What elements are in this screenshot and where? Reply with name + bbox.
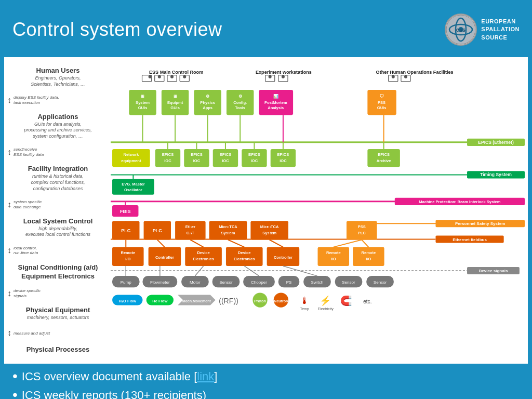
svg-text:Remote: Remote — [326, 250, 341, 255]
svg-text:EPICS: EPICS — [277, 152, 289, 157]
slide-header: Control system overview ess EUROPEANSPAL… — [0, 0, 532, 57]
bullet-1: • ICS overview document available [link] — [12, 369, 520, 384]
svg-text:IOC: IOC — [193, 158, 201, 163]
svg-text:Remote: Remote — [362, 250, 376, 255]
svg-point-22 — [392, 75, 395, 78]
bullet-2-text: ICS weekly reports (130+ recipients) — [22, 389, 206, 399]
diagram-svg: ESS Main Control Room Experiment worksta… — [111, 59, 525, 362]
svg-text:Electricity: Electricity — [318, 307, 334, 311]
svg-text:PSS: PSS — [378, 100, 385, 105]
svg-text:PLC: PLC — [358, 231, 366, 235]
ics-link[interactable]: link — [197, 370, 214, 383]
svg-text:IOC: IOC — [222, 158, 229, 163]
svg-text:I/O: I/O — [366, 257, 371, 261]
svg-text:He Flow: He Flow — [152, 299, 167, 303]
svg-text:📊: 📊 — [273, 94, 279, 99]
svg-text:⊞: ⊞ — [174, 94, 177, 99]
svg-text:Electronics: Electronics — [234, 257, 255, 261]
svg-text:Experiment workstations: Experiment workstations — [256, 70, 312, 75]
svg-text:⚙: ⚙ — [206, 94, 209, 99]
label-applications: Applications GUIs for data analysis,proc… — [7, 112, 109, 141]
bullet-1-after: ] — [214, 370, 217, 383]
ess-logo: ess EUROPEANSPALLATIONSOURCE — [445, 14, 520, 46]
label-facility-integration: Facility Integration runtime & historica… — [7, 164, 109, 193]
svg-line-187 — [334, 240, 362, 247]
svg-text:EPICS: EPICS — [248, 152, 260, 157]
svg-text:Equipmt: Equipmt — [167, 100, 183, 105]
svg-text:FBIS: FBIS — [120, 209, 131, 214]
svg-text:equipment: equipment — [121, 158, 141, 163]
svg-text:Personnel Safety System: Personnel Safety System — [455, 221, 505, 226]
svg-line-184 — [190, 240, 203, 247]
svg-point-17 — [269, 75, 272, 78]
svg-text:Pump: Pump — [121, 280, 132, 285]
svg-text:Neutron: Neutron — [274, 299, 288, 303]
svg-text:Ethernet fieldbus: Ethernet fieldbus — [453, 237, 487, 242]
svg-point-23 — [404, 75, 407, 78]
svg-text:H₂O Flow: H₂O Flow — [118, 299, 136, 303]
ess-logo-circle: ess — [445, 14, 477, 46]
arrow-display: ↕ display ESS facility data,task executi… — [7, 95, 109, 105]
svg-point-12 — [170, 75, 174, 78]
svg-text:EPICS (Ethernet): EPICS (Ethernet) — [478, 140, 514, 145]
svg-point-10 — [149, 75, 152, 78]
svg-text:Temp: Temp — [300, 307, 309, 311]
svg-text:Machine Protection: Beam Inter: Machine Protection: Beam Interlock Syste… — [419, 200, 501, 204]
diagram-area: Human Users Engineers, Operators,Scienti… — [4, 57, 528, 364]
arrow-local-control: ↕ local control,run-time data — [7, 246, 109, 256]
svg-text:PostMortem: PostMortem — [264, 100, 287, 105]
svg-text:((RF)): ((RF)) — [219, 297, 238, 305]
svg-text:Network: Network — [123, 152, 139, 157]
svg-text:Timing System: Timing System — [480, 172, 512, 177]
svg-text:Remote: Remote — [121, 250, 135, 255]
svg-text:I/O: I/O — [331, 257, 336, 261]
svg-text:⊞: ⊞ — [141, 94, 144, 99]
arrow-device-specific: ↕ device specificsignals — [7, 288, 109, 298]
svg-text:ess: ess — [456, 26, 466, 33]
slide-title: Control system overview — [12, 19, 222, 41]
svg-text:Analysis: Analysis — [268, 105, 284, 110]
svg-text:Switch: Switch — [311, 280, 324, 285]
label-signal-conditioning: Signal Conditioning (a/d)Equipment Elect… — [7, 262, 109, 282]
svg-text:IOC: IOC — [164, 158, 171, 163]
svg-line-188 — [362, 240, 368, 247]
svg-text:Sensor: Sensor — [219, 280, 233, 285]
svg-line-186 — [270, 240, 283, 247]
svg-text:IOC: IOC — [280, 158, 287, 163]
svg-rect-102 — [347, 221, 377, 240]
svg-text:🛡: 🛡 — [380, 94, 384, 99]
svg-text:etc.: etc. — [363, 299, 371, 304]
svg-text:Device: Device — [238, 250, 250, 255]
label-physical-processes: Physical Processes — [7, 344, 109, 355]
svg-text:Device: Device — [197, 250, 209, 255]
label-human-users: Human Users Engineers, Operators,Scienti… — [7, 65, 109, 88]
svg-text:GUIs: GUIs — [138, 105, 148, 110]
svg-text:Chopper: Chopper — [251, 280, 267, 285]
svg-text:Tools: Tools — [235, 105, 245, 110]
svg-text:Controller: Controller — [274, 255, 292, 260]
svg-text:PSS: PSS — [358, 224, 366, 229]
svg-text:EPICS: EPICS — [378, 152, 390, 157]
main-content: Human Users Engineers, Operators,Scienti… — [4, 57, 528, 364]
bullet-1-text: ICS overview document available [ — [22, 370, 197, 383]
svg-text:EVG. Master: EVG. Master — [122, 182, 145, 187]
svg-text:ESS Main Control Room: ESS Main Control Room — [149, 70, 203, 75]
svg-point-18 — [282, 75, 285, 78]
bottom-section: • ICS overview document available [link]… — [0, 364, 532, 399]
svg-text:Sensor: Sensor — [374, 280, 387, 285]
svg-text:GUIs: GUIs — [377, 105, 387, 110]
svg-text:Physics: Physics — [200, 100, 215, 105]
svg-text:Device signals: Device signals — [478, 269, 508, 273]
svg-line-185 — [228, 240, 244, 247]
arrow-measure-adjust: ↕ measure and adjust — [7, 328, 109, 338]
arrow-send-receive: ↕ send/receiveESS facility data — [7, 147, 109, 157]
svg-text:I/O: I/O — [125, 257, 130, 261]
label-physical-equipment: Physical Equipment machinery, sensors, a… — [7, 305, 109, 322]
svg-text:PS: PS — [286, 280, 292, 285]
diagram-right: ESS Main Control Room Experiment worksta… — [111, 59, 525, 362]
svg-point-11 — [158, 75, 161, 78]
svg-text:System: System — [136, 100, 150, 105]
svg-text:⚡: ⚡ — [320, 295, 331, 307]
label-local-system: Local System Control high dependability,… — [7, 216, 109, 239]
arrow-system-specific: ↕ system specificdata exchange — [7, 200, 109, 209]
